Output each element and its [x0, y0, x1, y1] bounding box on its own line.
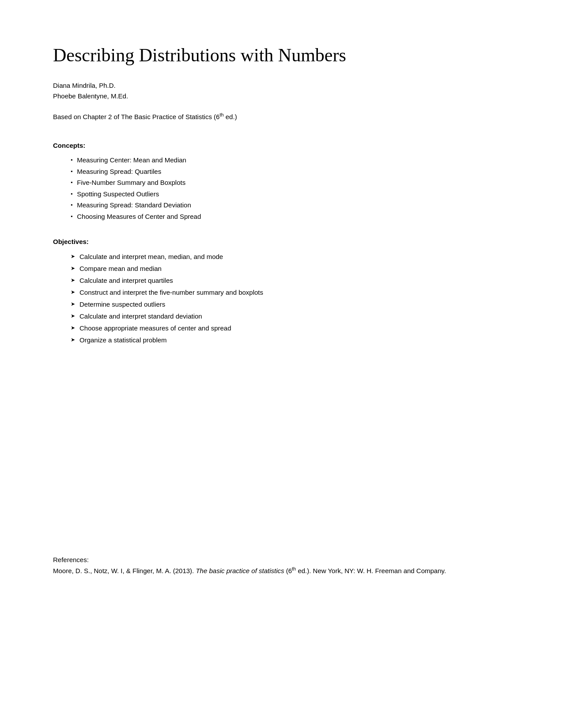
list-item: Choosing Measures of Center and Spread — [71, 211, 510, 222]
list-item: Construct and interpret the five-number … — [71, 286, 510, 298]
citation-plain: Moore, D. S., Notz, W. I, & Flinger, M. … — [53, 567, 196, 574]
list-item: Measuring Spread: Standard Deviation — [71, 199, 510, 211]
reference-superscript: th — [219, 112, 223, 117]
reference-prefix: Based on Chapter 2 of The Basic Practice… — [53, 113, 219, 120]
citation-italic: The basic practice of statistics — [196, 567, 284, 574]
reference-suffix: ed.) — [224, 113, 237, 120]
list-item: Calculate and interpret quartiles — [71, 274, 510, 286]
concepts-section: Concepts: Measuring Center: Mean and Med… — [53, 142, 510, 222]
author-line-2: Phoebe Balentyne, M.Ed. — [53, 91, 510, 101]
list-item: Five-Number Summary and Boxplots — [71, 177, 510, 188]
citation-mid: (6 — [284, 567, 292, 574]
objectives-section: Objectives: Calculate and interpret mean… — [53, 238, 510, 346]
concepts-heading: Concepts: — [53, 142, 510, 149]
concepts-list: Measuring Center: Mean and Median Measur… — [53, 154, 510, 222]
list-item: Measuring Spread: Quartiles — [71, 166, 510, 177]
list-item: Choose appropriate measures of center an… — [71, 322, 510, 334]
list-item: Calculate and interpret mean, median, an… — [71, 251, 510, 263]
page-title: Describing Distributions with Numbers — [53, 44, 510, 66]
list-item: Spotting Suspected Outliers — [71, 188, 510, 200]
references-citation: Moore, D. S., Notz, W. I, & Flinger, M. … — [53, 565, 510, 576]
objectives-list: Calculate and interpret mean, median, an… — [53, 251, 510, 346]
references-section: References: Moore, D. S., Notz, W. I, & … — [53, 556, 510, 576]
list-item: Organize a statistical problem — [71, 334, 510, 346]
authors-block: Diana Mindrila, Ph.D. Phoebe Balentyne, … — [53, 80, 510, 101]
citation-sup: th — [292, 566, 296, 571]
author-line-1: Diana Mindrila, Ph.D. — [53, 80, 510, 91]
spacer — [53, 362, 510, 547]
citation-end: ed.). New York, NY: W. H. Freeman and Co… — [296, 567, 446, 574]
objectives-heading: Objectives: — [53, 238, 510, 245]
list-item: Determine suspected outliers — [71, 298, 510, 310]
references-label: References: — [53, 556, 510, 563]
chapter-reference: Based on Chapter 2 of The Basic Practice… — [53, 112, 510, 120]
list-item: Compare mean and median — [71, 263, 510, 274]
list-item: Measuring Center: Mean and Median — [71, 154, 510, 166]
list-item: Calculate and interpret standard deviati… — [71, 310, 510, 322]
